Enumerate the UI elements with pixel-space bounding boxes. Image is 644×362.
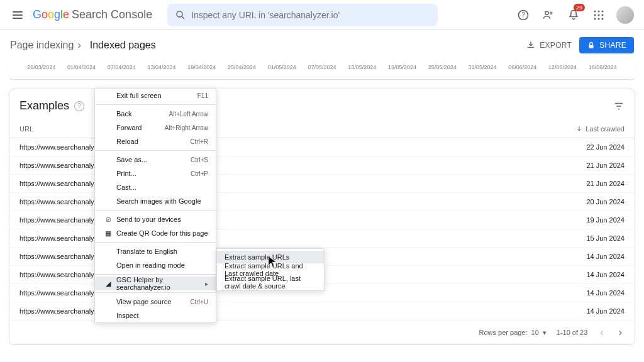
menu-item[interactable]: Open in reading mode (95, 258, 216, 272)
date-tick: 26/03/2024 (21, 64, 62, 70)
rows-per-page[interactable]: Rows per page: 10 ▾ (479, 329, 547, 337)
help-icon[interactable]: ? (74, 101, 84, 111)
next-page[interactable]: › (616, 327, 625, 338)
menu-label: Inspect (116, 312, 208, 319)
pagination: Rows per page: 10 ▾ 1-10 of 23 ‹ › (9, 321, 635, 344)
breadcrumb-parent[interactable]: Page indexing (10, 40, 74, 51)
logo-text: Search Console (72, 8, 152, 21)
filter-icon[interactable] (613, 101, 625, 112)
share-button[interactable]: SHARE (579, 37, 634, 53)
menu-label: Reload (116, 138, 190, 145)
svg-point-6 (594, 10, 596, 12)
menu-label: Send to your devices (116, 216, 208, 223)
search-input[interactable] (191, 10, 430, 20)
people-icon[interactable] (541, 8, 556, 23)
menu-label: GSC Helper by searchanalyzer.io (116, 276, 205, 291)
apps-icon[interactable] (591, 8, 606, 23)
menu-item[interactable]: Exit full screenF11 (95, 89, 216, 102)
svg-point-10 (598, 14, 600, 16)
chevron-down-icon: ▾ (543, 329, 547, 337)
svg-point-8 (602, 10, 604, 12)
cell-date: 22 Jun 2024 (549, 143, 625, 151)
hamburger-icon[interactable] (10, 8, 25, 23)
menu-divider (95, 150, 216, 151)
date-tick: 07/04/2024 (101, 64, 142, 70)
search-bar[interactable] (167, 4, 438, 26)
cell-date: 14 Jun 2024 (549, 289, 625, 297)
download-icon (526, 40, 536, 50)
date-tick: 25/05/2024 (422, 64, 462, 70)
breadcrumb: Page indexing › Indexed pages (10, 40, 156, 51)
submenu-item[interactable]: Extract sample URL, last crawl date & so… (217, 276, 324, 288)
cell-date: 21 Jun 2024 (549, 180, 625, 187)
chevron-right-icon: ▸ (205, 280, 208, 287)
menu-item[interactable]: ◢GSC Helper by searchanalyzer.io▸ (95, 277, 216, 290)
submenu-item[interactable]: Extract sample URLs and Last crawled dat… (217, 263, 324, 276)
menu-item[interactable]: Search images with Google (95, 194, 216, 208)
help-icon[interactable]: ? (516, 8, 531, 23)
menu-label: View page source (116, 298, 190, 305)
svg-point-4 (545, 11, 548, 14)
menu-item[interactable]: Save as...Ctrl+S (95, 153, 216, 167)
menu-divider (95, 274, 216, 275)
search-icon (175, 9, 186, 21)
menu-label: Translate to English (116, 248, 208, 255)
menu-shortcut: Ctrl+R (190, 138, 208, 145)
svg-point-0 (177, 11, 182, 17)
avatar[interactable] (616, 6, 634, 24)
date-tick: 31/05/2024 (462, 64, 502, 70)
submenu-item[interactable]: Extract sample URLs (217, 251, 324, 263)
card-title: Examples (19, 99, 69, 112)
date-tick: 19/04/2024 (182, 64, 222, 70)
qr-icon: ▦ (103, 229, 114, 238)
menu-label: Exit full screen (116, 92, 197, 99)
notification-badge: 29 (574, 4, 585, 11)
cell-date: 15 Jun 2024 (549, 234, 625, 242)
menu-divider (95, 242, 216, 243)
date-tick: 12/06/2024 (543, 64, 583, 70)
ext-icon: ◢ (103, 280, 114, 288)
cell-date: 19 Jun 2024 (549, 216, 625, 224)
header-actions: ? 29 (516, 6, 634, 24)
cell-date: 14 Jun 2024 (549, 253, 625, 260)
menu-divider (95, 210, 216, 211)
prev-page[interactable]: ‹ (597, 327, 606, 338)
menu-shortcut: Ctrl+S (191, 156, 208, 163)
svg-point-11 (602, 14, 604, 16)
menu-label: Cast... (116, 184, 208, 191)
menu-item[interactable]: ▦Create QR Code for this page (95, 226, 216, 240)
menu-label: Create QR Code for this page (116, 229, 208, 237)
devices-icon: ⎚ (103, 216, 114, 223)
menu-label: Search images with Google (116, 197, 208, 205)
menu-item[interactable]: ⎚Send to your devices (95, 212, 216, 226)
menu-item[interactable]: ForwardAlt+Right Arrow (95, 121, 216, 134)
menu-item[interactable]: BackAlt+Left Arrow (95, 107, 216, 121)
context-menu[interactable]: Exit full screenF11BackAlt+Left ArrowFor… (94, 88, 216, 323)
menu-label: Forward (116, 124, 165, 131)
cell-date: 14 Jun 2024 (549, 307, 625, 315)
menu-item[interactable]: Inspect (95, 309, 216, 322)
col-last-crawled[interactable]: Last crawled (549, 125, 625, 133)
date-tick: 25/04/2024 (222, 64, 262, 70)
menu-shortcut: F11 (197, 92, 208, 99)
menu-label: Back (116, 110, 169, 118)
menu-divider (95, 292, 216, 293)
menu-item[interactable]: Translate to English (95, 244, 216, 258)
logo[interactable]: Google Search Console (33, 8, 152, 21)
svg-point-5 (550, 12, 552, 14)
menu-shortcut: Alt+Left Arrow (169, 111, 208, 118)
export-button[interactable]: EXPORT (526, 40, 572, 50)
menu-item[interactable]: Cast... (95, 180, 216, 194)
date-tick: 01/04/2024 (62, 64, 102, 70)
app-header: Google Search Console ? 29 (0, 0, 644, 30)
menu-item[interactable]: ReloadCtrl+R (95, 134, 216, 148)
menu-shortcut: Ctrl+P (191, 170, 208, 177)
notifications-icon[interactable]: 29 (566, 8, 581, 23)
menu-item[interactable]: Print...Ctrl+P (95, 167, 216, 180)
chevron-right-icon: › (77, 40, 80, 51)
svg-point-9 (594, 14, 596, 16)
cell-date: 14 Jun 2024 (549, 271, 625, 278)
date-tick: 13/04/2024 (142, 64, 182, 70)
menu-item[interactable]: View page sourceCtrl+U (95, 295, 216, 309)
context-submenu[interactable]: Extract sample URLsExtract sample URLs a… (216, 248, 325, 291)
